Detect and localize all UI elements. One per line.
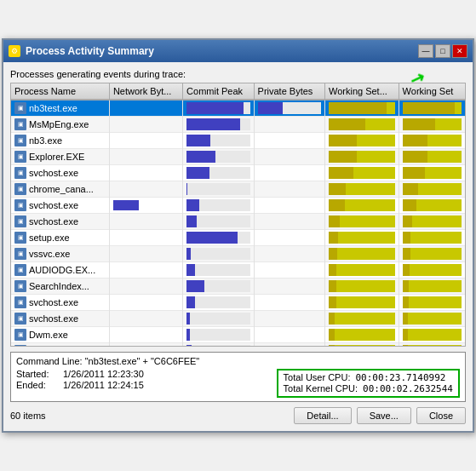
col-header-ws1[interactable]: Working Set... — [324, 83, 399, 100]
table-row[interactable]: ▣svchost.exe14.3 MB12.3 MB — [11, 295, 465, 311]
process-icon: ▣ — [14, 135, 26, 146]
maximize-button[interactable]: □ — [435, 44, 450, 58]
process-name: svchost.exe — [29, 297, 78, 307]
cell-process: ▣AUDIODG.EX... — [11, 262, 109, 279]
cell-ws1: 14.6 MB — [324, 246, 399, 262]
cell-ws1: 61.4 MB — [324, 117, 399, 133]
process-icon: ▣ — [14, 232, 26, 244]
table-row[interactable]: ▣chrome_cana...0.601 MB29.1 MB — [11, 181, 465, 198]
cell-commit: 8.22 MB — [183, 343, 254, 347]
cell-commit: 5.90 MB — [183, 311, 254, 327]
table-row[interactable]: ▣nb3.exe41.4 MB48.2 MB — [11, 133, 465, 149]
window-body: Processes generating events during trace… — [3, 62, 473, 431]
cell-commit: 86.7 MB — [183, 230, 254, 246]
process-name: svchost.exe — [29, 200, 78, 210]
minimize-button[interactable]: — — [418, 44, 433, 58]
cell-ws2 — [399, 117, 465, 133]
table-row[interactable]: ▣MsMpEng.exe147 MB61.4 MB — [11, 117, 465, 133]
table-row[interactable]: ▣SearchIndex...30.5 MB12.9 MB — [11, 279, 465, 295]
save-button[interactable]: Save... — [357, 407, 411, 424]
cell-private — [254, 295, 324, 311]
process-table-container[interactable]: Process Name Network Byt... Commit Peak … — [10, 83, 466, 347]
ended-value: 1/26/2011 12:24:15 — [63, 380, 144, 390]
close-button[interactable]: Close — [416, 407, 466, 424]
table-row[interactable]: ▣svchost.exe5.90 MB10.2 MB — [11, 311, 465, 327]
status-bar: 60 items Detail... Save... Close — [10, 407, 466, 424]
bottom-buttons: Detail... Save... Close — [294, 407, 466, 424]
cell-private — [254, 343, 324, 347]
table-row[interactable]: ▣Explorer.EXE49.3 MB46.8 MB — [11, 149, 465, 165]
col-header-private[interactable]: Private Bytes — [254, 83, 324, 100]
table-row[interactable]: ▣svchost.exe21.9 MB27.2 MB — [11, 198, 465, 214]
cell-commit: 96.3 MB — [183, 100, 254, 117]
cell-network — [109, 295, 182, 311]
table-row[interactable]: ▣nb3test.exe96.3 MB97.2 MB — [11, 100, 465, 117]
process-icon: ▣ — [14, 102, 26, 114]
process-name: svchost.exe — [29, 313, 78, 324]
table-row[interactable]: ▣svchost.exe17.9 MB18.5 MB — [11, 214, 465, 230]
cell-ws1: 48.2 MB — [324, 133, 399, 149]
col-header-process[interactable]: Process Name — [11, 83, 109, 100]
table-outer: ↙ Process Name Network Byt... — [10, 83, 466, 347]
process-icon: ▣ — [14, 167, 26, 179]
process-icon: ▣ — [14, 183, 26, 195]
total-kernel-cpu-label: Total Kernel CPU: — [284, 383, 358, 394]
table-row[interactable]: ▣AUDIODG.EX...13.9 MB13.5 MB — [11, 262, 465, 279]
cell-process: ▣Dwm.exe — [11, 327, 109, 343]
cell-commit: 39.2 MB — [183, 165, 254, 181]
cell-private — [254, 311, 324, 327]
table-row[interactable]: ▣Dwm.exe5.89 MB9.75 MB — [11, 327, 465, 343]
cell-private — [254, 327, 324, 343]
cell-network — [109, 311, 182, 327]
cell-process: ▣svchost.exe — [11, 165, 109, 181]
cell-private — [254, 165, 324, 181]
cell-network — [109, 100, 182, 117]
table-row[interactable]: ▣svchost.exe8.22 MB9.62 MB — [11, 343, 465, 347]
process-icon: ▣ — [14, 215, 26, 227]
cell-ws1: 12.3 MB — [324, 295, 399, 311]
cell-process: ▣SearchIndex... — [11, 279, 109, 295]
cell-private — [254, 117, 324, 133]
process-table: Process Name Network Byt... Commit Peak … — [11, 83, 465, 346]
cell-commit: 147 MB — [183, 117, 254, 133]
col-header-commit[interactable]: Commit Peak — [183, 83, 254, 100]
cell-ws1: 10.2 MB — [324, 311, 399, 327]
cell-private — [254, 181, 324, 198]
cell-network — [109, 198, 182, 214]
cell-ws2 — [399, 343, 465, 347]
cell-ws2 — [399, 311, 465, 327]
cell-ws2 — [399, 327, 465, 343]
cell-ws2 — [399, 198, 465, 214]
total-user-cpu-label: Total User CPU: — [284, 372, 351, 383]
process-name: svchost.exe — [29, 216, 78, 227]
date-info: Started: 1/26/2011 12:23:30 Ended: 1/26/… — [16, 369, 268, 391]
cell-private — [254, 214, 324, 230]
table-scroll[interactable]: Process Name Network Byt... Commit Peak … — [11, 83, 465, 346]
process-name: nb3.exe — [29, 135, 62, 146]
process-icon: ▣ — [14, 248, 26, 260]
cell-private — [254, 198, 324, 214]
title-buttons: — □ ✕ — [418, 44, 467, 58]
cell-network — [109, 246, 182, 262]
ended-label: Ended: — [16, 380, 63, 390]
table-row[interactable]: ▣svchost.exe39.2 MB42.2 MB — [11, 165, 465, 181]
cell-network — [109, 343, 182, 347]
cell-process: ▣setup.exe — [11, 230, 109, 246]
process-name: AUDIODG.EX... — [29, 265, 95, 275]
cell-ws1: 42.2 MB — [324, 165, 399, 181]
col-header-network[interactable]: Network Byt... — [109, 83, 182, 100]
cell-commit: 17.9 MB — [183, 214, 254, 230]
process-name: MsMpEng.exe — [29, 119, 89, 129]
cell-ws2 — [399, 149, 465, 165]
close-window-button[interactable]: ✕ — [452, 44, 467, 58]
started-value: 1/26/2011 12:23:30 — [63, 369, 144, 379]
process-icon: ▣ — [14, 199, 26, 211]
detail-button[interactable]: Detail... — [294, 407, 351, 424]
cell-ws1: 9.75 MB — [324, 327, 399, 343]
cell-private — [254, 262, 324, 279]
cell-network — [109, 117, 182, 133]
table-row[interactable]: ▣vssvc.exe7.22 MB14.6 MB — [11, 246, 465, 262]
table-row[interactable]: ▣setup.exe86.7 MB15.8 MB — [11, 230, 465, 246]
total-kernel-cpu-value: 00:00:02.2632544 — [363, 383, 453, 394]
process-name: setup.exe — [29, 233, 70, 243]
